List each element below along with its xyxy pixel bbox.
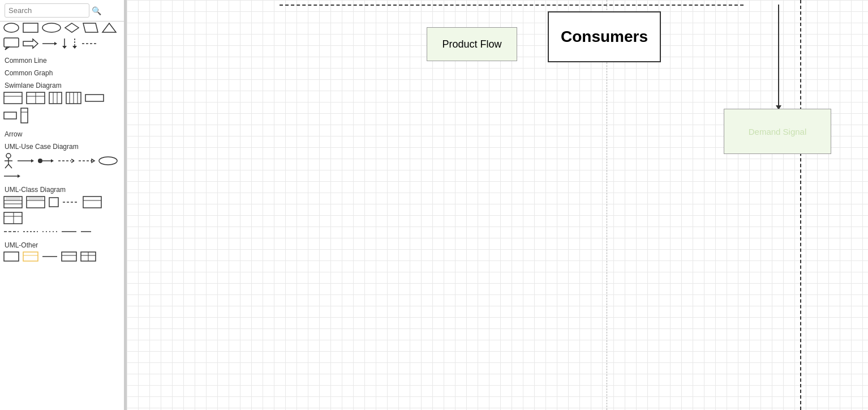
diamond-shape[interactable] (65, 23, 79, 33)
svg-line-43 (71, 159, 74, 161)
class-short-shape[interactable] (80, 229, 92, 234)
plain-arrow-shape[interactable] (42, 41, 58, 46)
oval-shape[interactable] (42, 23, 61, 33)
class-box-shape[interactable] (3, 196, 23, 208)
single-lane-v-shape[interactable] (20, 108, 28, 123)
svg-rect-59 (83, 197, 101, 208)
consumers-node[interactable]: Consumers (548, 11, 661, 62)
dashed-right-vertical (800, 0, 801, 410)
uml-use-case-shapes2 (0, 172, 124, 182)
svg-rect-57 (49, 198, 58, 207)
arrow-label: Arrow (0, 127, 124, 139)
swimlane-shapes (0, 91, 124, 127)
basic-shapes-row (0, 22, 124, 36)
svg-rect-70 (23, 252, 38, 261)
svg-rect-69 (4, 252, 19, 261)
callout-shape[interactable] (3, 37, 19, 50)
demand-signal-label: Demand Signal (749, 127, 807, 136)
svg-marker-14 (72, 46, 77, 49)
arrow-vertical-line (778, 5, 779, 105)
uml-class-label: UML-Class Diagram (0, 182, 124, 195)
arrow-down-container (776, 5, 781, 110)
svg-marker-8 (23, 39, 38, 48)
svg-marker-38 (31, 159, 34, 163)
uml-dash-arrow-shape[interactable] (58, 158, 75, 164)
swimlane-h-shape[interactable] (3, 92, 23, 104)
uml-other-rect4-shape[interactable] (80, 251, 96, 262)
actor-shape[interactable] (3, 153, 14, 169)
narrow-rect-shape[interactable] (3, 112, 17, 119)
svg-marker-10 (54, 42, 57, 45)
svg-rect-6 (4, 38, 19, 47)
common-graph-label: Common Graph (0, 66, 124, 78)
svg-marker-46 (92, 159, 94, 163)
uml-other-rect1-shape[interactable] (3, 251, 19, 262)
class-right-shape[interactable] (3, 212, 23, 224)
svg-rect-29 (4, 112, 16, 119)
swimlane-2col-shape[interactable] (26, 92, 45, 104)
demand-signal-node[interactable]: Demand Signal (724, 109, 831, 154)
svg-marker-12 (62, 46, 67, 49)
class-dashed2-shape[interactable] (23, 229, 38, 234)
svg-point-2 (42, 23, 61, 32)
svg-rect-21 (49, 92, 62, 104)
svg-rect-16 (4, 92, 22, 104)
arrow-right-filled-shape[interactable] (23, 39, 38, 49)
svg-marker-4 (83, 23, 98, 32)
uml-use-case-shapes (0, 152, 124, 172)
class-labeled-rect-shape[interactable] (83, 196, 102, 208)
class-dashed-line-shape[interactable] (62, 199, 79, 205)
svg-rect-30 (21, 108, 28, 123)
dashed-down-arrow-shape[interactable] (71, 38, 78, 49)
uml-arrow-shape[interactable] (17, 158, 34, 164)
uml-other-rect2-shape[interactable] (23, 251, 38, 262)
svg-line-35 (5, 164, 8, 168)
swimlane-label: Swimlane Diagram (0, 78, 124, 91)
uml-other-line1-shape[interactable] (42, 254, 58, 259)
uml-use-case-label: UML-Use Case Diagram (0, 139, 124, 152)
use-case-ellipse-shape[interactable] (98, 156, 118, 165)
svg-marker-49 (18, 174, 20, 178)
class-simple-rect-shape[interactable] (49, 197, 59, 207)
swimlane-4col-shape[interactable] (66, 92, 81, 104)
canvas: Product Flow Consumers Demand Signal (127, 0, 868, 410)
svg-marker-41 (51, 159, 54, 163)
svg-rect-61 (4, 212, 22, 224)
svg-point-47 (99, 157, 117, 165)
ellipse-shape[interactable] (3, 23, 19, 33)
svg-marker-3 (65, 23, 79, 32)
class-solid-shape[interactable] (61, 229, 77, 234)
uml-filled-arrow-shape[interactable] (37, 158, 54, 164)
uml-class-shapes (0, 195, 124, 228)
svg-point-0 (4, 23, 19, 32)
uml-class-shapes2 (0, 228, 124, 238)
svg-line-44 (71, 161, 74, 163)
svg-rect-53 (6, 197, 20, 200)
wide-rect-shape[interactable] (85, 94, 104, 102)
product-flow-node[interactable]: Product Flow (427, 27, 517, 61)
uml-single-arrow-shape[interactable] (3, 173, 20, 179)
dashed-line-shape[interactable] (81, 41, 97, 46)
svg-rect-1 (23, 23, 38, 32)
class-dashed1-shape[interactable] (3, 229, 19, 234)
uml-other-rect3-shape[interactable] (61, 251, 77, 262)
consumers-label: Consumers (561, 28, 648, 46)
svg-rect-28 (85, 95, 104, 101)
svg-rect-56 (28, 197, 43, 200)
search-input[interactable] (5, 3, 89, 18)
svg-point-39 (38, 159, 42, 163)
parallelogram-shape[interactable] (83, 23, 98, 33)
swimlane-3col-shape[interactable] (49, 92, 62, 104)
down-arrow-shape[interactable] (61, 38, 68, 49)
svg-line-36 (8, 164, 12, 168)
uml-other-label: UML-Other (0, 238, 124, 250)
uml-wide-dash-shape[interactable] (78, 158, 95, 164)
class-box2-shape[interactable] (26, 196, 45, 208)
triangle-shape[interactable] (102, 23, 117, 33)
rectangle-shape[interactable] (23, 23, 38, 33)
uml-other-shapes (0, 250, 124, 265)
search-button[interactable]: 🔍 (92, 6, 101, 15)
svg-point-32 (6, 153, 11, 158)
class-dashed3-shape[interactable] (42, 229, 58, 234)
dashed-top-line (280, 5, 744, 6)
